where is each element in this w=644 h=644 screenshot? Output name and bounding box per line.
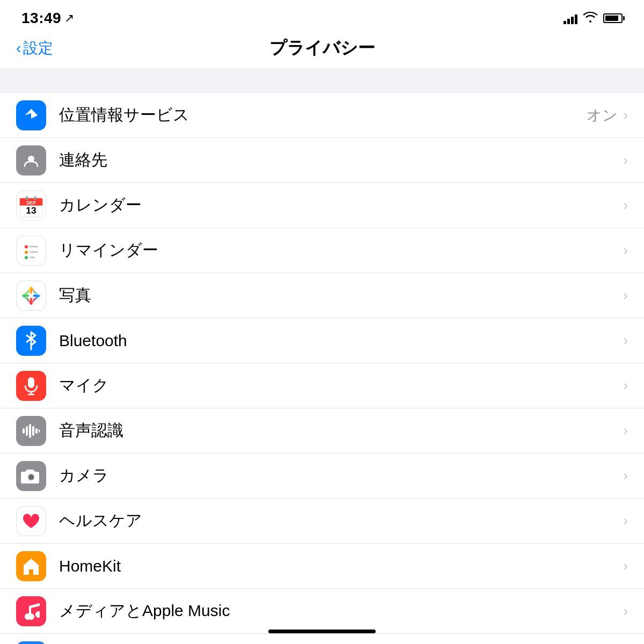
page-title: プライバシー [269,36,375,60]
speech-recognition-label: 音声認識 [59,420,623,442]
location-value: オン [587,105,618,126]
svg-text:SEP: SEP [26,200,36,206]
photos-icon [16,281,46,311]
list-item-speech[interactable]: 音声認識 › [0,408,644,453]
section-header [0,69,644,93]
bluetooth-icon [16,326,46,356]
svg-point-15 [29,294,33,298]
microphone-label: マイク [59,375,623,397]
battery-icon [603,13,623,23]
signal-bars-icon [564,12,577,24]
back-chevron-icon: ‹ [16,40,21,57]
homekit-label: HomeKit [59,557,623,575]
svg-text:13: 13 [26,205,36,216]
status-icons [564,11,623,26]
svg-rect-12 [30,246,38,247]
apple-music-chevron-icon: › [623,603,628,619]
list-item-health[interactable]: ヘルスケア › [0,499,644,544]
homekit-icon [16,551,46,581]
speech-recognition-icon [16,416,46,446]
svg-rect-13 [30,251,38,253]
svg-rect-22 [29,424,31,438]
list-item-reminders[interactable]: リマインダー › [0,228,644,273]
location-arrow-icon: ↗ [64,11,74,25]
svg-point-9 [25,245,28,248]
contacts-chevron-icon: › [623,152,628,169]
svg-rect-23 [32,426,34,436]
nav-header: ‹ 設定 プライバシー [0,32,644,69]
svg-point-27 [29,475,33,479]
apple-music-label: メディアとApple Music [59,600,623,622]
svg-point-10 [25,251,28,254]
contacts-icon [16,145,46,175]
health-chevron-icon: › [623,513,628,529]
photos-label: 写真 [59,284,623,306]
phone-screen: 13:49 ↗ ‹ 設定 [0,0,644,644]
svg-rect-20 [23,428,25,434]
back-label: 設定 [23,38,53,58]
list-item-homekit[interactable]: HomeKit › [0,544,644,589]
camera-label: カメラ [59,465,623,487]
svg-point-11 [25,256,28,259]
camera-icon [16,461,46,491]
location-chevron-icon: › [623,107,628,123]
home-bar [268,630,376,633]
list-item-bluetooth[interactable]: Bluetooth › [0,318,644,363]
contacts-label: 連絡先 [59,149,623,171]
svg-rect-25 [39,429,40,433]
svg-rect-17 [28,377,34,388]
svg-rect-14 [30,257,35,258]
bluetooth-label: Bluetooth [59,332,623,350]
svg-rect-21 [26,426,28,436]
list-item-camera[interactable]: カメラ › [0,453,644,499]
calendar-icon: 13 SEP [16,191,46,221]
reminders-label: リマインダー [59,239,623,261]
back-button[interactable]: ‹ 設定 [16,38,53,58]
apple-music-icon [16,596,46,626]
microphone-icon [16,371,46,401]
calendar-label: カレンダー [59,194,623,216]
camera-chevron-icon: › [623,467,628,484]
settings-list: 位置情報サービス オン › 連絡先 › [0,93,644,644]
location-label: 位置情報サービス [59,104,587,126]
health-label: ヘルスケア [59,510,623,532]
homekit-chevron-icon: › [623,558,628,574]
location-icon [16,100,46,130]
speech-chevron-icon: › [623,422,628,439]
home-indicator [0,624,644,639]
bluetooth-chevron-icon: › [623,332,628,349]
status-bar: 13:49 ↗ [0,0,644,32]
list-item-contacts[interactable]: 連絡先 › [0,138,644,183]
photos-chevron-icon: › [623,287,628,304]
files-icon [16,641,46,645]
list-item-location[interactable]: 位置情報サービス オン › [0,93,644,138]
svg-rect-24 [35,428,38,434]
health-icon [16,506,46,536]
list-item-calendar[interactable]: 13 SEP カレンダー › [0,183,644,228]
reminders-chevron-icon: › [623,242,628,259]
reminders-icon [16,236,46,266]
list-item-photos[interactable]: 写真 › [0,273,644,318]
microphone-chevron-icon: › [623,377,628,394]
status-time: 13:49 [21,10,61,27]
wifi-icon [583,11,598,26]
list-item-microphone[interactable]: マイク › [0,363,644,408]
calendar-chevron-icon: › [623,197,628,214]
